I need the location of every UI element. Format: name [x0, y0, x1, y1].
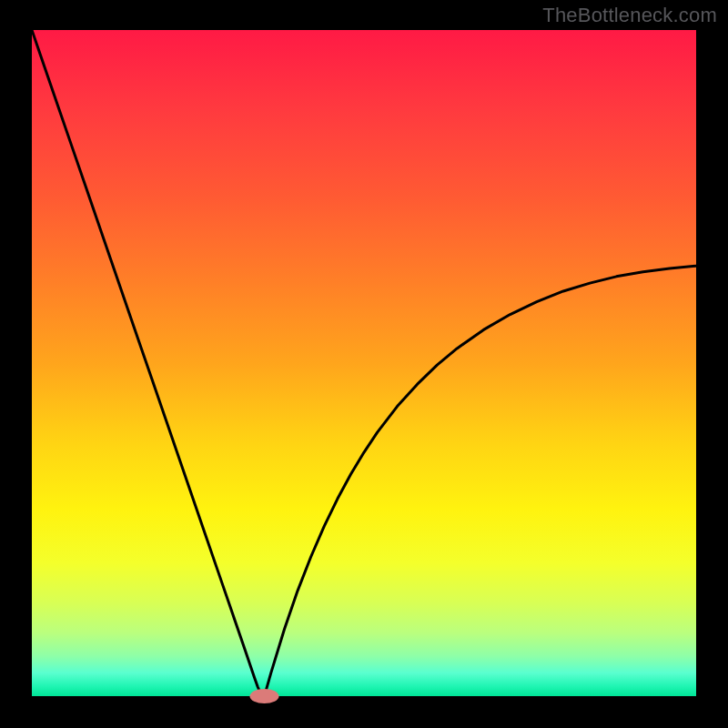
chart-stage: TheBottleneck.com [0, 0, 728, 728]
plot-background [32, 30, 696, 696]
optimum-marker [249, 689, 278, 703]
chart-svg [0, 0, 728, 728]
